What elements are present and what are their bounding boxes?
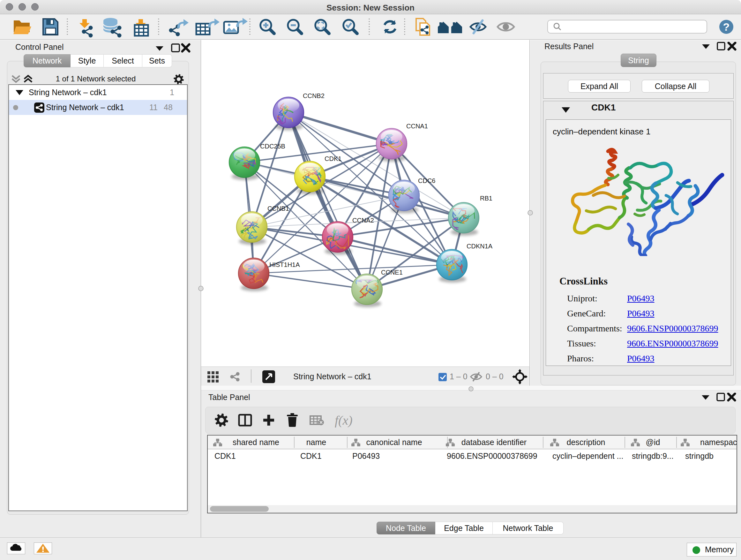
svg-text:f(x): f(x) — [335, 413, 353, 428]
svg-text:0 – 0: 0 – 0 — [486, 372, 503, 381]
svg-text:CDKN1A: CDKN1A — [467, 243, 493, 250]
svg-text:CCNA1: CCNA1 — [406, 123, 428, 130]
svg-text:CDK1: CDK1 — [325, 155, 341, 162]
svg-text:CCNE1: CCNE1 — [381, 269, 403, 276]
svg-text:1 – 0: 1 – 0 — [450, 372, 468, 381]
svg-text:CDC6: CDC6 — [418, 177, 435, 184]
svg-text:CDC25B: CDC25B — [260, 143, 285, 150]
svg-text:RB1: RB1 — [480, 195, 492, 202]
svg-text:CCNB2: CCNB2 — [303, 92, 325, 99]
svg-text:?: ? — [723, 21, 730, 33]
svg-text:CCNA2: CCNA2 — [352, 217, 374, 224]
svg-text:CCNB1: CCNB1 — [267, 205, 289, 212]
svg-text:HIST1H1A: HIST1H1A — [269, 261, 300, 268]
svg-text:String Network – cdk1: String Network – cdk1 — [293, 372, 372, 381]
